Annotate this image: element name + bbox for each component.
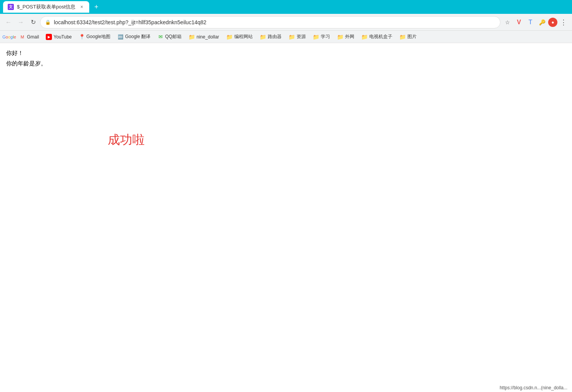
google-favicon: Google — [6, 34, 12, 40]
page-content: 你好！ 你的年龄是岁。 成功啦 — [0, 43, 572, 392]
refresh-button[interactable]: ↻ — [28, 17, 38, 28]
bookmark-folder-foreign-net[interactable]: 📁 外网 — [334, 32, 357, 41]
forward-button[interactable]: → — [15, 17, 26, 28]
bookmark-qq-mail-label: QQ邮箱 — [165, 33, 182, 40]
bookmark-google-maps[interactable]: 📍 Google地图 — [76, 32, 114, 41]
page-line-1: 你好！ — [6, 48, 566, 58]
bookmark-folder-learning[interactable]: 📁 学习 — [310, 32, 333, 41]
bookmark-folder-learning-label: 学习 — [321, 33, 330, 40]
bookmark-folder-tv-box-label: 电视机盒子 — [369, 33, 392, 40]
security-icon: 🔒 — [45, 20, 51, 25]
bookmark-folder-pictures-label: 图片 — [407, 33, 417, 40]
nav-actions: ☆ V T 🔑 ● ⋮ — [502, 17, 569, 28]
tab-favicon: 文 — [8, 4, 14, 10]
folder-icon: 📁 — [313, 34, 319, 40]
bookmark-google-maps-label: Google地图 — [87, 33, 111, 40]
bookmark-folder-router[interactable]: 📁 路由器 — [257, 32, 285, 41]
folder-icon: 📁 — [260, 34, 266, 40]
folder-icon: 📁 — [188, 34, 195, 40]
bookmark-folder-nine-dollar-label: nine_dollar — [197, 34, 219, 40]
profile-button[interactable]: ● — [548, 18, 557, 27]
tab-close-button[interactable]: × — [78, 4, 85, 10]
nav-bar: ← → ↻ 🔒 ☆ V T 🔑 ● ⋮ — [0, 14, 572, 31]
folder-icon: 📁 — [399, 34, 406, 40]
translate-button[interactable]: T — [525, 17, 536, 28]
back-button[interactable]: ← — [3, 17, 14, 28]
status-bar-hint: https://blog.csdn.n...(nine_dolla... — [500, 385, 567, 390]
bookmark-folder-resources-label: 资源 — [297, 33, 306, 40]
google-translate-favicon: 🔤 — [117, 34, 123, 40]
bookmark-google-translate[interactable]: 🔤 Google 翻译 — [114, 32, 153, 41]
bookmark-folder-coding-label: 编程网站 — [234, 33, 253, 40]
key-button[interactable]: 🔑 — [537, 17, 547, 28]
bookmark-gmail-label: Gmail — [27, 34, 39, 40]
bookmark-folder-router-label: 路由器 — [268, 33, 282, 40]
bookmark-youtube-label: YouTube — [53, 34, 72, 40]
star-button[interactable]: ☆ — [502, 17, 513, 28]
bookmark-folder-nine-dollar[interactable]: 📁 nine_dollar — [185, 33, 222, 41]
bookmark-folder-foreign-net-label: 外网 — [345, 33, 354, 40]
address-bar[interactable] — [54, 19, 495, 25]
bookmark-google-translate-label: Google 翻译 — [125, 33, 150, 40]
folder-icon: 📁 — [289, 34, 295, 40]
tab-title: $_POST获取表单post信息 — [17, 3, 75, 10]
bookmark-google[interactable]: Google — [3, 33, 15, 41]
browser-chrome: 文 $_POST获取表单post信息 × + ← → ↻ 🔒 ☆ V T 🔑 ●… — [0, 0, 572, 43]
vivaldi-extension-button[interactable]: V — [514, 17, 524, 28]
bookmark-gmail[interactable]: M Gmail — [16, 33, 42, 41]
bookmark-folder-coding[interactable]: 📁 编程网站 — [223, 32, 256, 41]
folder-icon: 📁 — [226, 34, 233, 40]
bookmark-folder-resources[interactable]: 📁 资源 — [285, 32, 309, 41]
qq-mail-favicon: ✉ — [157, 34, 163, 40]
active-tab[interactable]: 文 $_POST获取表单post信息 × — [3, 1, 89, 13]
bookmark-qq-mail[interactable]: ✉ QQ邮箱 — [154, 32, 185, 41]
bookmarks-bar: Google M Gmail ▶ YouTube 📍 Google地图 🔤 Go… — [0, 31, 572, 43]
bookmark-folder-pictures[interactable]: 📁 图片 — [396, 32, 420, 41]
folder-icon: 📁 — [337, 34, 344, 40]
youtube-favicon: ▶ — [46, 34, 52, 40]
new-tab-button[interactable]: + — [91, 2, 102, 12]
menu-button[interactable]: ⋮ — [558, 17, 569, 28]
google-maps-favicon: 📍 — [79, 34, 85, 40]
address-bar-container[interactable]: 🔒 — [40, 16, 500, 28]
gmail-favicon: M — [19, 34, 25, 40]
success-text: 成功啦 — [108, 132, 145, 148]
tab-bar: 文 $_POST获取表单post信息 × + — [0, 0, 572, 14]
page-line-2: 你的年龄是岁。 — [6, 58, 566, 68]
folder-icon: 📁 — [361, 34, 368, 40]
bookmark-youtube[interactable]: ▶ YouTube — [43, 33, 75, 41]
bookmark-folder-tv-box[interactable]: 📁 电视机盒子 — [358, 32, 395, 41]
